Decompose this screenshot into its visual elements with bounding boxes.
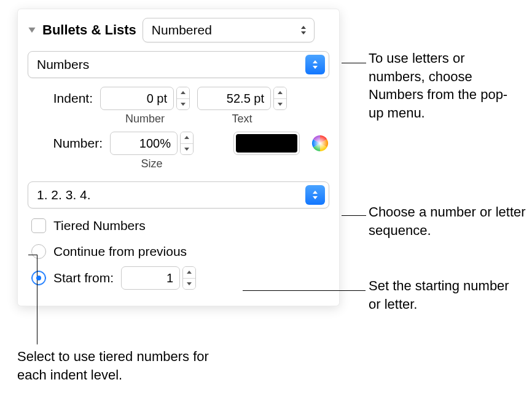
number-size-sublabel: Size — [110, 157, 194, 170]
indent-number-sublabel: Number — [100, 113, 190, 125]
bullet-type-popup-value: Numbers — [37, 57, 89, 72]
number-sequence-popup[interactable]: 1. 2. 3. 4. — [28, 181, 329, 208]
stepper-up-button[interactable] — [183, 267, 195, 279]
callout-leader — [243, 290, 366, 291]
callout-tiered: Select to use tiered numbers for each in… — [17, 347, 238, 384]
number-sequence-popup-value: 1. 2. 3. 4. — [37, 188, 91, 202]
callout-leader — [28, 255, 37, 255]
updown-arrows-icon — [305, 185, 325, 205]
bullets-lists-panel: Bullets & Lists Numbered Numbers Indent: — [17, 9, 340, 306]
updown-arrows-icon — [305, 55, 325, 74]
list-style-popup[interactable]: Numbered — [143, 18, 315, 42]
color-wheel-icon[interactable] — [311, 134, 329, 153]
list-style-popup-value: Numbered — [152, 23, 212, 38]
indent-text-input[interactable] — [197, 87, 271, 110]
stepper-up-button[interactable] — [181, 132, 193, 144]
stepper-up-button[interactable] — [274, 87, 286, 99]
callout-sequence: Choose a number or letter sequence. — [369, 203, 528, 239]
callout-leader — [37, 255, 37, 344]
start-from-stepper — [121, 266, 196, 290]
callout-type: To use letters or numbers, choose Number… — [369, 49, 522, 122]
continue-from-previous-radio[interactable] — [31, 244, 46, 259]
callout-leader — [342, 215, 366, 216]
number-size-input[interactable] — [110, 132, 178, 155]
stepper-down-button[interactable] — [177, 99, 189, 110]
number-size-label: Number: — [44, 136, 103, 151]
tiered-numbers-label: Tiered Numbers — [53, 218, 146, 233]
stepper-down-button[interactable] — [183, 279, 195, 290]
svg-point-0 — [312, 135, 328, 151]
stepper-up-button[interactable] — [177, 87, 189, 99]
updown-arrows-icon — [297, 23, 310, 37]
start-from-input[interactable] — [121, 266, 180, 290]
stepper-down-button[interactable] — [274, 99, 286, 110]
indent-number-input[interactable] — [100, 87, 174, 110]
disclosure-triangle-icon[interactable] — [28, 26, 36, 34]
start-from-label: Start from: — [53, 271, 114, 285]
section-title: Bullets & Lists — [42, 22, 136, 38]
callout-start: Set the starting number or letter. — [369, 277, 522, 313]
indent-text-stepper — [197, 87, 287, 110]
indent-label: Indent: — [44, 91, 93, 106]
number-size-stepper — [110, 132, 194, 155]
start-from-radio[interactable] — [31, 271, 46, 285]
indent-number-stepper — [100, 87, 190, 110]
color-swatch — [236, 134, 297, 153]
continue-from-previous-label: Continue from previous — [53, 244, 187, 259]
tiered-numbers-checkbox[interactable] — [31, 218, 46, 233]
stepper-down-button[interactable] — [181, 144, 193, 155]
number-color-well[interactable] — [233, 132, 300, 155]
bullet-type-popup[interactable]: Numbers — [28, 51, 329, 78]
callout-leader — [342, 63, 366, 63]
indent-text-sublabel: Text — [197, 113, 287, 125]
